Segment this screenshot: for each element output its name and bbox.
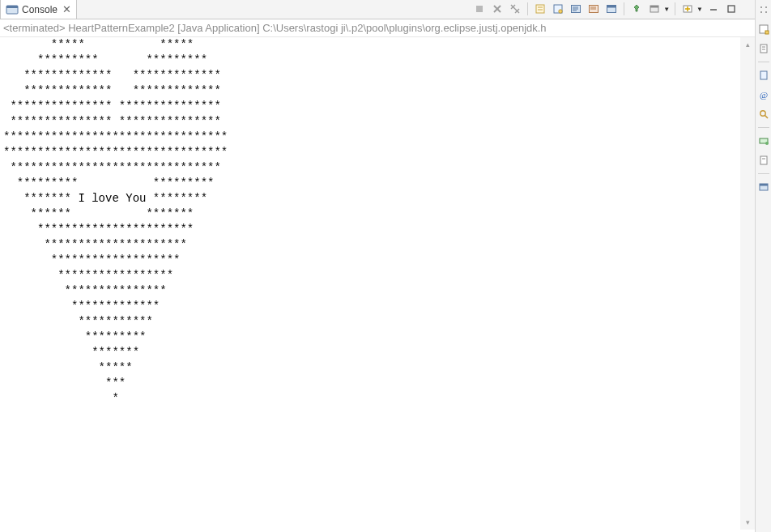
pin-console-button[interactable] (629, 2, 644, 16)
task-list-icon[interactable] (757, 42, 770, 55)
toolbar-separator (527, 2, 528, 15)
clear-console-button[interactable] (533, 2, 547, 16)
console-tab-title: Console (22, 4, 58, 15)
svg-point-44 (765, 142, 769, 145)
console-main-area: ***** ***** ********* ********* ********… (0, 37, 755, 530)
close-tab-icon[interactable]: ✕ (62, 3, 71, 15)
remove-launch-button[interactable] (490, 2, 505, 16)
snippets-icon[interactable] (757, 154, 770, 167)
svg-rect-36 (760, 45, 767, 53)
svg-rect-2 (476, 6, 483, 12)
svg-rect-35 (765, 31, 769, 34)
console-icon (6, 3, 19, 16)
terminate-button[interactable] (472, 2, 487, 16)
svg-rect-1 (6, 6, 18, 8)
svg-text:@: @ (760, 90, 768, 100)
scroll-lock-button[interactable] (551, 2, 565, 16)
remove-all-terminated-button[interactable] (508, 2, 522, 16)
toolbar-separator (675, 2, 675, 15)
new-console-dropdown-icon[interactable]: ▼ (696, 6, 703, 13)
outline-view-icon[interactable] (757, 23, 770, 36)
svg-point-31 (765, 6, 767, 8)
svg-rect-48 (760, 184, 768, 186)
svg-rect-9 (536, 5, 544, 13)
minimize-view-button[interactable] (706, 2, 721, 16)
run-info-label: <terminated> HeartPatternExample2 [Java … (0, 19, 755, 37)
display-selected-console-button[interactable] (604, 2, 619, 16)
right-view-gutter: @ (755, 0, 771, 532)
console-toolbar: ▼ ▼ (472, 2, 739, 16)
svg-point-30 (760, 6, 762, 8)
svg-point-13 (559, 10, 562, 13)
vertical-scrollbar[interactable]: ▴ ▾ (740, 37, 755, 530)
svg-line-42 (765, 116, 768, 119)
console-output: ***** ***** ********* ********* ********… (0, 37, 755, 406)
svg-point-32 (760, 11, 762, 13)
svg-rect-45 (760, 156, 767, 164)
at-icon[interactable]: @ (757, 88, 770, 101)
scroll-up-icon[interactable]: ▴ (746, 40, 750, 49)
console-tab[interactable]: Console ✕ (0, 0, 77, 19)
scroll-down-icon[interactable]: ▾ (746, 518, 750, 526)
show-console-errors-button[interactable] (586, 2, 601, 16)
svg-rect-22 (607, 6, 616, 8)
svg-point-33 (765, 11, 767, 13)
gutter-toggle-icon[interactable] (757, 3, 770, 16)
console-view-icon[interactable] (757, 181, 770, 194)
breakpoints-icon[interactable] (757, 134, 770, 147)
search-icon[interactable] (757, 108, 770, 121)
show-console-output-button[interactable] (569, 2, 583, 16)
svg-rect-24 (650, 6, 658, 8)
new-console-view-button[interactable] (680, 2, 695, 16)
svg-point-41 (760, 111, 765, 116)
open-console-button[interactable] (647, 2, 662, 16)
minimap-icon[interactable] (757, 69, 770, 82)
tab-bar: Console ✕ ▼ ▼ (0, 0, 755, 19)
gutter-separator (758, 62, 769, 62)
toolbar-separator (624, 2, 624, 15)
maximize-view-button[interactable] (724, 2, 739, 16)
open-console-dropdown-icon[interactable]: ▼ (663, 6, 670, 13)
svg-rect-39 (760, 71, 767, 79)
gutter-separator (758, 173, 769, 174)
svg-rect-29 (728, 6, 735, 12)
gutter-separator (758, 127, 769, 128)
